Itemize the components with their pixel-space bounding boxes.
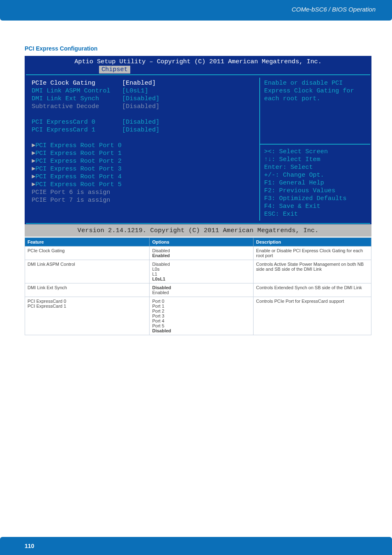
bios-legend-line: ><: Select Screen [264,148,366,156]
bios-setting-label: PCI ExpressCard 0 [32,118,122,126]
bios-submenu-row[interactable]: ► PCI Express Root Port 3 [32,165,254,173]
bios-legend-line: F2: Previous Values [264,187,366,195]
option-value: Disabled [152,262,251,267]
bios-setting-value: [Disabled] [122,126,159,134]
bios-submenu-row[interactable]: ► PCI Express Root Port 4 [32,173,254,181]
cell-feature: DMI Link ASPM Control [25,260,150,283]
cell-feature: PCIe Clock Gating [25,246,150,260]
submenu-marker-icon: ► [32,150,35,157]
submenu-marker-icon: ► [32,157,35,165]
option-value: Disabled [152,328,251,333]
th-options: Options [150,238,254,246]
cell-description: Controls PCIe Port for ExpressCard suppo… [254,297,371,335]
bios-help-text: Enable or disable PCI Express Clock Gati… [264,79,366,103]
bios-version-footer: Version 2.14.1219. Copyright (C) 2011 Am… [25,224,371,237]
cell-feature: PCI ExpressCard 0 PCI ExpressCard 1 [25,297,150,335]
option-value: Port 1 [152,304,251,309]
bios-setting-label: PCIe Clock Gating [32,79,122,87]
bios-separator-bottom [26,223,370,224]
bios-help-separator [260,144,370,145]
page-header-bar: COMe-bSC6 / BIOS Operation [0,0,392,21]
table-row: DMI Link ASPM ControlDisabledL0sL1L0sL1C… [25,260,371,283]
page-content: PCI Express Configuration Aptio Setup Ut… [0,21,392,537]
bios-legend-line: ESC: Exit [264,210,366,218]
cell-description: Controls Extended Synch on SB side of th… [254,283,371,297]
bios-submenu-label: PCI Express Root Port 4 [35,173,122,181]
option-value: Port 5 [152,323,251,328]
cell-options: DisabledEnabled [150,283,254,297]
option-value: Enabled [152,290,251,295]
bios-submenu-row[interactable]: ► PCI Express Root Port 0 [32,142,254,150]
cell-options: DisabledEnabled [150,246,254,260]
cell-options: Port 0Port 1Port 2Port 3Port 4Port 5Disa… [150,297,254,335]
bios-legend-line: ↑↓: Select Item [264,156,366,164]
bios-setting-value: [Disabled] [122,103,159,111]
bios-tab-row: Chipset [25,66,371,74]
bios-setting-label: Subtractive Decode [32,103,122,111]
bios-setting-value: [L0sL1] [122,87,148,95]
bios-submenu-label: PCI Express Root Port 2 [35,157,122,165]
option-value: Disabled [152,285,251,290]
table-row: PCI ExpressCard 0 PCI ExpressCard 1Port … [25,297,371,335]
page-number: 110 [21,541,38,551]
bios-setting-label: DMI Link ASPM Control [32,87,122,95]
option-value: Enabled [152,253,251,258]
bios-legend-line: F1: General Help [264,179,366,187]
bios-legend-line: F3: Optimized Defaults [264,195,366,203]
bios-submenu-row[interactable]: ► PCI Express Root Port 5 [32,181,254,189]
bios-submenu-label: PCI Express Root Port 3 [35,165,122,173]
bios-setting-row[interactable]: PCI ExpressCard 0[Disabled] [32,118,254,126]
option-value: L0sL1 [152,276,251,281]
bios-key-legend: ><: Select Screen↑↓: Select ItemEnter: S… [264,148,366,218]
bios-setting-value: [Disabled] [122,95,159,103]
breadcrumb: COMe-bSC6 / BIOS Operation [292,6,376,13]
option-value: Port 0 [152,299,251,304]
cell-description: Controls Active State Power Management o… [254,260,371,283]
section-title: PCI Express Configuration [25,45,371,52]
bios-options-panel: PCIe Clock Gating[Enabled]DMI Link ASPM … [26,78,260,221]
cell-description: Enable or Disable PCI Express Clock Gati… [254,246,371,260]
bios-help-panel: Enable or disable PCI Express Clock Gati… [260,78,370,221]
bios-setting-value: [Disabled] [122,118,159,126]
bios-screenshot: Aptio Setup Utility – Copyright (C) 2011… [25,56,371,224]
option-value: Disabled [152,248,251,253]
table-row: DMI Link Ext SynchDisabledEnabledControl… [25,283,371,297]
cell-feature: DMI Link Ext Synch [25,283,150,297]
th-feature: Feature [25,238,150,246]
submenu-marker-icon: ► [32,181,35,189]
bios-setting-row[interactable]: DMI Link ASPM Control[L0sL1] [32,87,254,95]
submenu-marker-icon: ► [32,165,35,173]
bios-submenu-label: PCI Express Root Port 1 [35,150,122,157]
bios-setting-row[interactable]: Subtractive Decode[Disabled] [32,103,254,111]
bios-legend-line: F4: Save & Exit [264,203,366,210]
bios-submenu-label: PCI Express Root Port 0 [35,142,122,150]
bios-setting-row[interactable]: PCI ExpressCard 1[Disabled] [32,126,254,134]
bios-active-tab[interactable]: Chipset [99,66,130,74]
bios-setting-label: DMI Link Ext Synch [32,95,122,103]
option-value: L1 [152,272,251,276]
option-value: Port 3 [152,313,251,318]
option-value: Port 4 [152,318,251,323]
bios-title: Aptio Setup Utility – Copyright (C) 2011… [25,56,371,66]
table-row: PCIe Clock GatingDisabledEnabledEnable o… [25,246,371,260]
bios-submenu-row[interactable]: ► PCI Express Root Port 2 [32,157,254,165]
bios-setting-value: [Enabled] [122,79,156,87]
bios-submenu-row[interactable]: ► PCI Express Root Port 1 [32,150,254,157]
bios-setting-row[interactable]: PCIe Clock Gating[Enabled] [32,79,254,87]
page-footer: 110 [0,537,392,555]
bios-disabled-row: PCIE Port 6 is assign [32,189,254,196]
option-value: L0s [152,267,251,272]
bios-legend-line: Enter: Select [264,164,366,171]
bios-submenu-label: PCI Express Root Port 5 [35,181,122,189]
submenu-marker-icon: ► [32,142,35,150]
option-value: Port 2 [152,309,251,313]
bios-setting-row[interactable]: DMI Link Ext Synch[Disabled] [32,95,254,103]
options-table: Feature Options Description PCIe Clock G… [25,237,371,335]
bios-disabled-row: PCIE Port 7 is assign [32,196,254,204]
th-description: Description [254,238,371,246]
submenu-marker-icon: ► [32,173,35,181]
cell-options: DisabledL0sL1L0sL1 [150,260,254,283]
bios-setting-label: PCI ExpressCard 1 [32,126,122,134]
bios-legend-line: +/-: Change Opt. [264,171,366,179]
